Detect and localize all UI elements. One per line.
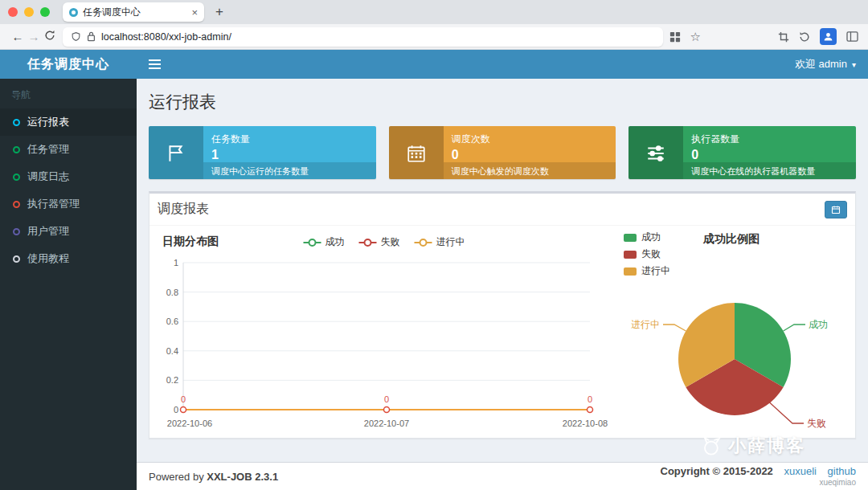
stat-desc: 调度中心在线的执行器机器数量: [683, 162, 856, 179]
circle-icon: [13, 146, 20, 153]
line-chart-title: 日期分布图: [156, 235, 219, 247]
copyright-text: Copyright © 2015-2022: [661, 465, 773, 477]
stat-box-executor-count: 执行器数量 0 调度中心在线的执行器机器数量: [628, 126, 856, 179]
url-bar[interactable]: localhost:8080/xxl-job-admin/: [63, 27, 663, 47]
x-axis-label: 2022-10-06: [167, 419, 212, 428]
browser-tab[interactable]: 任务调度中心 ×: [63, 2, 204, 22]
data-label: 0: [181, 394, 186, 404]
url-text: localhost:8080/xxl-job-admin/: [101, 31, 231, 43]
legend-item-success[interactable]: 成功: [624, 231, 670, 244]
profile-avatar[interactable]: [820, 28, 837, 45]
flag-icon: [149, 126, 203, 179]
browser-tab-bar: 任务调度中心 × +: [0, 0, 868, 24]
swatch-icon: [624, 234, 637, 242]
app-footer: Powered by XXL-JOB 2.3.1 Copyright © 201…: [137, 462, 868, 490]
circle-icon: [13, 255, 20, 263]
x-axis-label: 2022-10-07: [364, 419, 409, 428]
pie-label-running: 进行中: [631, 319, 660, 330]
sidebar-item-help[interactable]: 使用教程: [0, 245, 137, 272]
stat-value: 1: [211, 148, 368, 162]
app-sidebar: 任务调度中心 导航 运行报表 任务管理 调度日志 执行器管理 用户管理 使用教程: [0, 50, 137, 490]
tab-close-icon[interactable]: ×: [191, 6, 198, 18]
extensions-icon[interactable]: [669, 31, 681, 43]
sliders-icon: [628, 126, 683, 179]
swatch-icon: [624, 267, 637, 276]
legend-label: 成功: [641, 231, 661, 244]
welcome-text: 欢迎 admin: [795, 57, 847, 71]
calendar-icon: [831, 205, 841, 214]
y-axis-label: 0.4: [166, 346, 178, 356]
sidebar-item-report[interactable]: 运行报表: [0, 108, 137, 136]
line-chart: 日期分布图 成功 失败 进行中: [156, 229, 612, 449]
sidebar-item-job-manage[interactable]: 任务管理: [0, 136, 137, 163]
legend-item-running[interactable]: 进行中: [624, 264, 670, 278]
y-axis-label: 0.8: [166, 288, 178, 297]
stat-title: 执行器数量: [691, 133, 848, 146]
main-content: 运行报表 任务数量 1 调度中心运行的任务数量 调度次数 0: [137, 79, 868, 462]
link-github[interactable]: github: [828, 465, 856, 477]
data-label: 0: [384, 394, 389, 404]
stat-box-job-count: 任务数量 1 调度中心运行的任务数量: [149, 126, 376, 179]
data-point: [588, 407, 593, 413]
sidebar-item-label: 执行器管理: [27, 197, 80, 211]
legend-label: 进行中: [436, 235, 465, 249]
stat-value: 0: [691, 148, 848, 162]
powered-by-text: Powered by: [149, 471, 204, 483]
back-icon[interactable]: ←: [10, 30, 26, 43]
pie-label-success: 成功: [809, 319, 828, 330]
history-back-icon[interactable]: [799, 31, 810, 43]
sidebar-item-label: 用户管理: [27, 224, 69, 239]
reload-icon[interactable]: [42, 30, 58, 43]
pie-chart-legend: 成功 失败 进行中: [624, 231, 670, 278]
pie-chart-plot: 成功 失败 进行中: [614, 276, 847, 446]
report-panel: 调度报表 日期分布图 成功 失败 进行中: [149, 191, 856, 439]
subtext-xueqimiao: xueqimiao: [819, 478, 856, 488]
sidebar-item-executor-manage[interactable]: 执行器管理: [0, 190, 137, 218]
version-text: XXL-JOB 2.3.1: [207, 471, 278, 483]
line-chart-plot: 1 0.8 0.6 0.4 0.2 0 2022-10-06 2022-10-0…: [156, 253, 612, 439]
stat-desc: 调度中心运行的任务数量: [203, 162, 376, 179]
y-axis-label: 0: [174, 405, 178, 414]
sidebar-item-label: 任务管理: [27, 142, 69, 157]
sidebar-item-job-log[interactable]: 调度日志: [0, 163, 137, 190]
date-range-button[interactable]: [825, 201, 847, 218]
panel-title: 调度报表: [158, 201, 209, 218]
sidebar-collapse-icon[interactable]: [149, 59, 161, 69]
legend-label: 进行中: [641, 264, 670, 278]
sidebar-toggle-icon[interactable]: [846, 31, 858, 42]
watermark-text: 小薛博客: [728, 434, 805, 458]
y-axis-label: 0.2: [166, 375, 178, 385]
legend-item-running[interactable]: 进行中: [415, 235, 465, 249]
swatch-icon: [624, 251, 637, 259]
window-close-button[interactable]: [8, 7, 18, 17]
browser-toolbar: ← → localhost:8080/xxl-job-admin/ ☆: [0, 24, 868, 50]
line-marker-icon: [415, 239, 432, 247]
legend-item-success[interactable]: 成功: [304, 235, 345, 249]
sidebar-item-user-manage[interactable]: 用户管理: [0, 218, 137, 245]
app-logo: 任务调度中心: [0, 50, 137, 79]
pie-chart: 成功 失败 进行中 成功比例图 成功 失败: [614, 229, 849, 449]
pie-label-fail: 失败: [807, 418, 826, 429]
line-marker-icon: [304, 239, 321, 247]
data-point: [384, 407, 390, 413]
user-menu[interactable]: 欢迎 admin ▾: [795, 57, 856, 71]
stat-title: 调度次数: [452, 133, 608, 146]
legend-item-fail[interactable]: 失败: [359, 235, 400, 249]
legend-label: 失败: [641, 247, 661, 261]
circle-icon: [13, 201, 20, 208]
window-minimize-button[interactable]: [24, 7, 34, 17]
bookmark-star-icon[interactable]: ☆: [690, 30, 701, 44]
line-chart-legend: 成功 失败 进行中: [304, 235, 465, 249]
x-axis-label: 2022-10-08: [563, 419, 608, 428]
link-xuxueli[interactable]: xuxueli: [784, 465, 816, 477]
legend-item-fail[interactable]: 失败: [624, 247, 670, 261]
new-tab-button[interactable]: +: [215, 4, 223, 20]
line-marker-icon: [359, 239, 377, 247]
window-zoom-button[interactable]: [40, 7, 50, 17]
screenshot-crop-icon[interactable]: [778, 31, 789, 43]
sidebar-item-label: 使用教程: [27, 251, 69, 266]
stat-boxes: 任务数量 1 调度中心运行的任务数量 调度次数 0 调度中心触发的调度次数: [149, 126, 856, 179]
watermark: 小薛博客: [698, 434, 805, 458]
forward-icon[interactable]: →: [26, 30, 42, 43]
watermark-logo-icon: [698, 435, 723, 456]
